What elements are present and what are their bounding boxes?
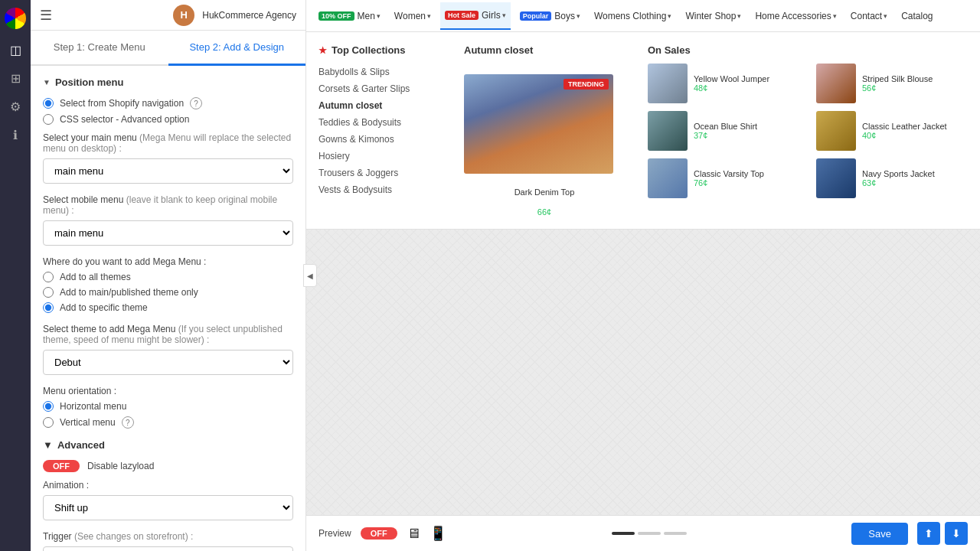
animation-group: Animation : Shift up Fade xyxy=(43,480,293,520)
device-icons: 🖥 📱 xyxy=(407,525,446,542)
radio-all-themes-input[interactable] xyxy=(43,272,54,282)
winter-shop-chevron-icon: ▾ xyxy=(737,12,741,20)
dot-active xyxy=(612,532,635,535)
left-panel-wrap: ☰ H HukCommerce Agency Step 1: Create Me… xyxy=(31,0,306,551)
radio-specific-theme[interactable]: Add to specific theme xyxy=(43,302,293,313)
collection-item-teddies[interactable]: Teddies & Bodysuits xyxy=(318,114,441,131)
app-logo[interactable] xyxy=(5,8,26,29)
collection-item-babydolls[interactable]: Babydolls & Slips xyxy=(318,64,441,80)
sidebar-icon-settings[interactable]: ⚙ xyxy=(10,99,21,114)
product-price-3: 37¢ xyxy=(694,131,757,140)
collapse-panel-button[interactable]: ◀ xyxy=(303,264,317,287)
desktop-icon[interactable]: 🖥 xyxy=(407,526,420,542)
disable-lazyload-label: Disable lazyload xyxy=(87,461,154,471)
on-sales-area: On Sales Yellow Wool Jumper 48¢ xyxy=(648,44,977,217)
help-icon-nav[interactable]: ? xyxy=(190,97,202,109)
radio-main-theme[interactable]: Add to main/published theme only xyxy=(43,287,293,298)
radio-all-themes-label: Add to all themes xyxy=(60,272,131,282)
hamburger-icon[interactable]: ☰ xyxy=(40,7,52,24)
nav-item-contact[interactable]: Contact ▾ xyxy=(846,3,892,29)
theme-select-group: Select theme to add Mega Menu (If you se… xyxy=(43,324,293,375)
collections-star-icon: ★ xyxy=(318,45,327,56)
radio-shopify-nav-input[interactable] xyxy=(43,98,54,109)
radio-vertical-input[interactable] xyxy=(43,417,54,428)
feature-product-price: 66¢ xyxy=(464,207,625,217)
radio-css-selector[interactable]: CSS selector - Advanced option xyxy=(43,114,293,125)
product-price-5: 76¢ xyxy=(694,178,764,187)
product-name-5: Classic Varsity Top xyxy=(694,169,764,178)
advanced-section-header[interactable]: ▼ Advanced xyxy=(43,439,293,451)
on-sales-product-1: Yellow Wool Jumper 48¢ xyxy=(648,64,808,103)
collection-item-autumn[interactable]: Autumn closet xyxy=(318,97,441,114)
product-info-5: Classic Varsity Top 76¢ xyxy=(694,169,764,187)
disable-lazyload-toggle[interactable]: OFF xyxy=(43,460,80,472)
radio-main-theme-input[interactable] xyxy=(43,287,54,298)
radio-horizontal-input[interactable] xyxy=(43,401,54,412)
user-name: HukCommerce Agency xyxy=(202,10,296,21)
export-icon[interactable]: ⬇ xyxy=(945,522,968,545)
mobile-menu-select[interactable]: main menu footer menu xyxy=(43,220,293,246)
womens-clothing-chevron-icon: ▾ xyxy=(668,12,671,20)
collection-item-vests[interactable]: Vests & Bodysuits xyxy=(318,181,441,198)
girls-chevron-icon: ▾ xyxy=(502,11,506,19)
product-thumb-6 xyxy=(816,158,856,198)
mobile-menu-label: Select mobile menu (leave it blank to ke… xyxy=(43,194,293,216)
save-button[interactable]: Save xyxy=(851,523,908,545)
collection-item-gowns[interactable]: Gowns & Kimonos xyxy=(318,131,441,148)
where-add-group: Where do you want to add Mega Menu : Add… xyxy=(43,256,293,313)
preview-background xyxy=(306,230,980,515)
on-sales-product-5: Classic Varsity Top 76¢ xyxy=(648,158,808,198)
sidebar-icon-info[interactable]: ℹ xyxy=(13,128,18,142)
feature-product-name: Dark Denim Top xyxy=(464,187,625,197)
trigger-select[interactable]: Hover Click xyxy=(43,546,293,551)
men-badge: 10% OFF xyxy=(318,11,354,21)
position-menu-header[interactable]: ▼ Position menu xyxy=(43,77,293,88)
on-sales-grid: Yellow Wool Jumper 48¢ Striped Silk Blou… xyxy=(648,64,977,198)
radio-all-themes[interactable]: Add to all themes xyxy=(43,272,293,282)
preview-toggle[interactable]: OFF xyxy=(361,527,397,540)
theme-select[interactable]: Debut Dawn xyxy=(43,350,293,375)
product-name-3: Ocean Blue Shirt xyxy=(694,122,757,131)
export-icons: ⬆ ⬇ xyxy=(917,522,968,545)
radio-css-label: CSS selector - Advanced option xyxy=(60,114,189,125)
nav-item-boys[interactable]: Popular Boys ▾ xyxy=(515,3,585,29)
mobile-icon[interactable]: 📱 xyxy=(430,525,446,542)
trending-badge: TRENDING xyxy=(564,79,609,90)
radio-shopify-nav-label: Select from Shopify navigation xyxy=(60,98,184,109)
radio-horizontal[interactable]: Horizontal menu xyxy=(43,401,293,412)
nav-item-girls[interactable]: Hot Sale Girls ▾ xyxy=(440,2,511,30)
main-menu-select[interactable]: main menu footer menu xyxy=(43,158,293,184)
collection-item-trousers[interactable]: Trousers & Joggers xyxy=(318,165,441,181)
on-sales-product-3: Ocean Blue Shirt 37¢ xyxy=(648,111,808,151)
product-price-2: 56¢ xyxy=(862,83,933,93)
product-thumb-5 xyxy=(648,158,688,198)
product-price-4: 40¢ xyxy=(862,131,947,140)
nav-item-men[interactable]: 10% OFF Men ▾ xyxy=(314,3,385,29)
radio-shopify-nav[interactable]: Select from Shopify navigation ? xyxy=(43,97,293,109)
radio-css-input[interactable] xyxy=(43,114,54,125)
nav-item-women[interactable]: Women ▾ xyxy=(390,3,436,29)
tab-step2[interactable]: Step 2: Add & Design xyxy=(168,31,306,66)
radio-specific-theme-input[interactable] xyxy=(43,302,54,313)
sidebar-icon-layers[interactable]: ⊞ xyxy=(11,71,21,86)
product-thumb-2 xyxy=(816,64,856,103)
product-info-6: Navy Sports Jacket 63¢ xyxy=(862,169,935,187)
home-accessories-chevron-icon: ▾ xyxy=(833,12,837,20)
nav-item-womens-clothing[interactable]: Womens Clothing ▾ xyxy=(590,3,677,29)
animation-select[interactable]: Shift up Fade xyxy=(43,495,293,520)
mega-col-collections: ★ Top Collections Babydolls & Slips Cors… xyxy=(318,44,441,217)
nav-item-winter-shop[interactable]: Winter Shop ▾ xyxy=(681,3,746,29)
nav-item-womens-clothing-label: Womens Clothing xyxy=(594,11,667,21)
radio-vertical[interactable]: Vertical menu ? xyxy=(43,416,293,429)
collection-item-corsets[interactable]: Corsets & Garter Slips xyxy=(318,80,441,97)
app-sidebar: ◫ ⊞ ⚙ ℹ xyxy=(0,0,31,551)
collection-item-hosiery[interactable]: Hosiery xyxy=(318,148,441,165)
nav-item-home-accessories[interactable]: Home Accessories ▾ xyxy=(750,3,841,29)
mobile-menu-group: Select mobile menu (leave it blank to ke… xyxy=(43,194,293,246)
sidebar-icon-dashboard[interactable]: ◫ xyxy=(10,43,21,57)
import-icon[interactable]: ⬆ xyxy=(917,522,940,545)
nav-item-catalog[interactable]: Catalog xyxy=(897,3,937,29)
product-name-4: Classic Leather Jacket xyxy=(862,122,947,131)
help-icon-vertical[interactable]: ? xyxy=(122,416,134,429)
tab-step1[interactable]: Step 1: Create Menu xyxy=(31,31,168,66)
